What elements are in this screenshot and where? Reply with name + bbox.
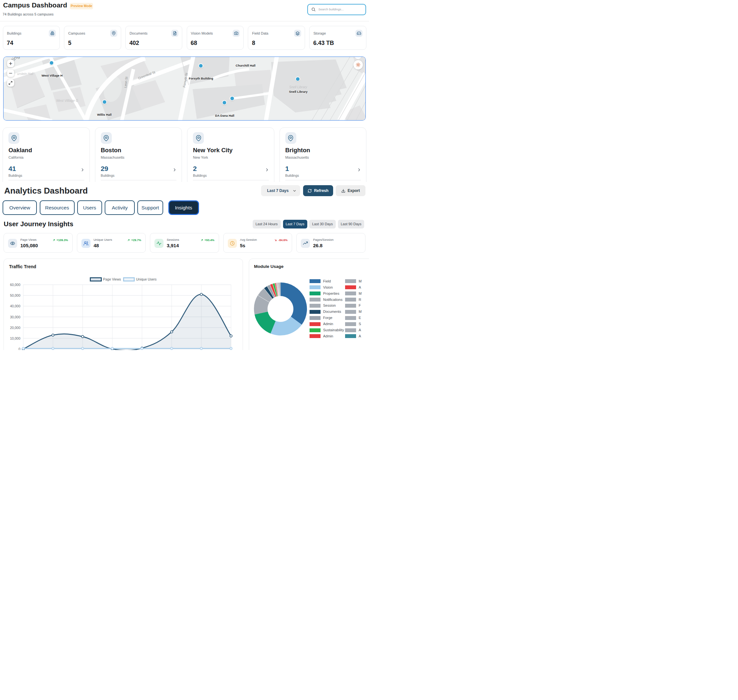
svg-text:West Villlage G: West Villlage G <box>56 99 78 103</box>
svg-text:Snell Library: Snell Library <box>289 85 307 89</box>
